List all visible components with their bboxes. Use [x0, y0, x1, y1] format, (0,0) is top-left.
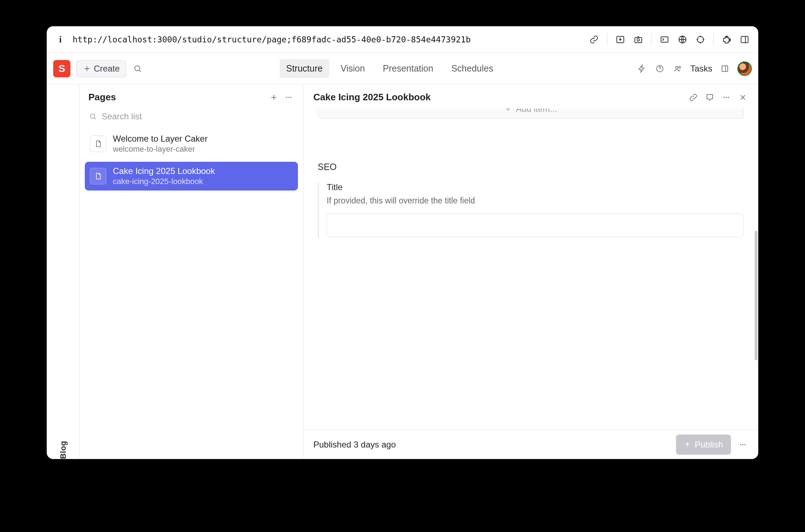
- create-button-label: Create: [94, 64, 120, 74]
- svg-point-13: [678, 66, 680, 68]
- close-icon[interactable]: [737, 92, 748, 103]
- user-avatar[interactable]: [737, 61, 752, 76]
- list-item[interactable]: Cake Icing 2025 Lookbook cake-icing-2025…: [85, 162, 298, 191]
- document-icon: [90, 136, 106, 152]
- svg-point-21: [728, 97, 729, 98]
- svg-point-16: [288, 97, 290, 98]
- seo-section-label: SEO: [318, 162, 744, 172]
- svg-point-18: [90, 114, 95, 118]
- svg-point-19: [723, 97, 725, 98]
- comments-icon[interactable]: [704, 92, 715, 103]
- seo-title-help: If provided, this will override the titl…: [327, 196, 744, 206]
- seo-title-field: Title If provided, this will override th…: [318, 182, 744, 237]
- document-title: Cake Icing 2025 Lookbook: [313, 92, 682, 103]
- scrollbar[interactable]: [755, 231, 758, 360]
- users-icon[interactable]: [672, 63, 683, 74]
- list-item-slug: welcome-to-layer-caker: [113, 145, 208, 154]
- publish-button-label: Publish: [695, 440, 723, 450]
- list-item-slug: cake-icing-2025-lookbook: [113, 177, 215, 186]
- link-icon[interactable]: [589, 35, 599, 45]
- svg-rect-3: [661, 37, 668, 42]
- target-icon[interactable]: [695, 35, 705, 45]
- publish-more-icon[interactable]: [737, 439, 748, 450]
- document-more-icon[interactable]: [721, 92, 732, 103]
- svg-point-15: [286, 97, 288, 98]
- help-icon[interactable]: [654, 63, 665, 74]
- collapsed-rail[interactable]: Blog: [47, 84, 80, 459]
- pages-more-icon[interactable]: [284, 92, 294, 103]
- nav-tabs: Structure Vision Presentation Schedules: [149, 59, 631, 78]
- tasks-label[interactable]: Tasks: [690, 64, 712, 74]
- pages-panel: Pages Welcome to Layer Caker welcome-to-…: [80, 84, 303, 459]
- info-icon[interactable]: i: [55, 34, 65, 45]
- app-window: i http://localhost:3000/studio/structure…: [47, 26, 758, 459]
- download-tray-icon[interactable]: [615, 35, 625, 45]
- svg-rect-8: [741, 36, 748, 42]
- list-item[interactable]: Welcome to Layer Caker welcome-to-layer-…: [85, 129, 298, 158]
- pages-search-input[interactable]: [102, 111, 294, 121]
- globe-icon[interactable]: [677, 35, 687, 45]
- sidebar-toggle-icon[interactable]: [740, 35, 750, 45]
- tab-schedules[interactable]: Schedules: [445, 59, 500, 78]
- pages-search[interactable]: [80, 110, 303, 127]
- svg-point-22: [740, 444, 741, 445]
- seo-title-label: Title: [327, 182, 744, 192]
- document-icon: [90, 168, 106, 184]
- rail-label-blog: Blog: [59, 94, 68, 459]
- svg-point-24: [744, 444, 746, 445]
- global-search-icon[interactable]: [132, 63, 143, 74]
- add-page-icon[interactable]: [268, 92, 279, 103]
- svg-point-9: [135, 66, 140, 71]
- app-logo[interactable]: S: [53, 60, 70, 77]
- camera-icon[interactable]: [633, 35, 643, 45]
- svg-point-2: [637, 38, 640, 41]
- tab-structure[interactable]: Structure: [280, 59, 329, 78]
- svg-point-20: [726, 97, 727, 98]
- tab-presentation[interactable]: Presentation: [376, 59, 440, 78]
- bolt-icon[interactable]: [636, 63, 647, 74]
- svg-point-12: [675, 66, 677, 68]
- app-body: Blog Pages Welcome to Layer Caker welcom…: [47, 84, 758, 459]
- publish-status-text: Published 3 days ago: [313, 440, 670, 450]
- pages-panel-title: Pages: [88, 92, 264, 103]
- app-topbar: S Create Structure Vision Presentation S…: [47, 53, 758, 84]
- tab-vision[interactable]: Vision: [334, 59, 372, 78]
- svg-rect-14: [722, 66, 728, 72]
- document-panel: Cake Icing 2025 Lookbook Add item... SEO…: [303, 84, 758, 459]
- panel-icon[interactable]: [719, 63, 730, 74]
- list-item-title: Cake Icing 2025 Lookbook: [113, 166, 215, 176]
- document-link-icon[interactable]: [688, 92, 699, 103]
- create-button[interactable]: Create: [76, 60, 126, 77]
- svg-point-23: [742, 444, 744, 445]
- search-icon: [89, 113, 97, 120]
- svg-point-17: [290, 97, 292, 98]
- svg-point-5: [697, 36, 703, 42]
- add-item-button[interactable]: Add item...: [318, 109, 744, 119]
- terminal-icon[interactable]: [659, 35, 670, 45]
- add-item-label: Add item...: [516, 109, 557, 114]
- extension-icon[interactable]: [722, 35, 732, 45]
- seo-title-input[interactable]: [327, 214, 744, 237]
- browser-address-bar: i http://localhost:3000/studio/structure…: [47, 26, 758, 53]
- address-url[interactable]: http://localhost:3000/studio/structure/p…: [73, 35, 582, 44]
- publish-button[interactable]: Publish: [676, 435, 731, 455]
- list-item-title: Welcome to Layer Caker: [113, 134, 208, 144]
- svg-point-11: [659, 70, 660, 70]
